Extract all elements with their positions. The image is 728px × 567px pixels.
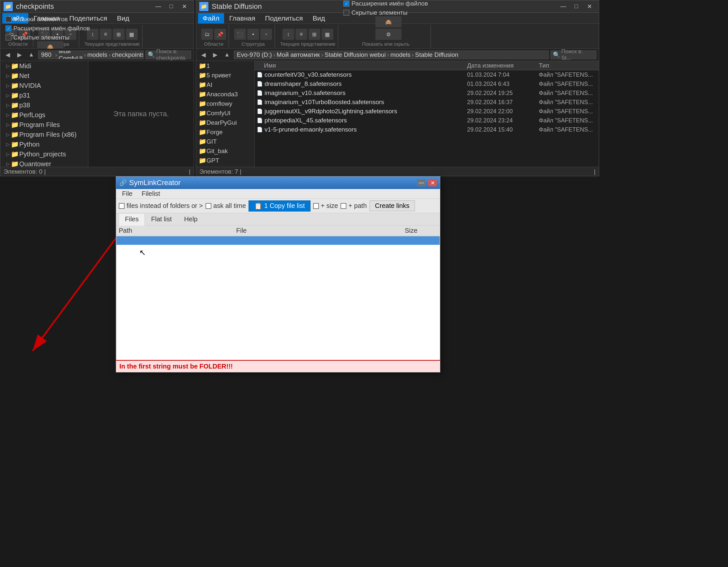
dialog-close-btn[interactable]: ✕ (428, 179, 437, 186)
tree-item-p38[interactable]: ▷ 📁 p38 (0, 100, 88, 110)
right-extensions-cb[interactable]: ✓ Расширения имён файлов (343, 0, 428, 7)
right-path-drive: Evo-970 (D:) (237, 51, 272, 58)
file-row-photopedia[interactable]: 📄 photopediaXL_45.safetensors 29.02.2024… (255, 116, 599, 125)
right-forward-btn[interactable]: ▶ (210, 51, 220, 59)
dialog-list-area[interactable]: ↖ (116, 236, 440, 360)
left-close-btn[interactable]: ✕ (178, 2, 190, 11)
left-flags-cb[interactable]: Флажки элементов (6, 16, 90, 23)
left-menu-view[interactable]: Вид (113, 13, 134, 23)
file-row-v1-5[interactable]: 📄 v1-5-pruned-emaonly.safetensors 29.02.… (255, 125, 599, 134)
right-search-box[interactable]: 🔍 Поиск в: St... (551, 51, 596, 59)
right-tile-icon[interactable]: ▦ (322, 29, 333, 40)
dialog-tab-files[interactable]: Files (119, 213, 145, 225)
right-area-icon[interactable]: 🗂 (201, 29, 213, 40)
r-tree-comfyui[interactable]: 📁 ComfyUI (196, 108, 254, 118)
tree-item-p31[interactable]: ▷ 📁 p31 (0, 90, 88, 100)
right-explorer-window: 📁 Stable Diffusion — □ ✕ Файл Главная По… (196, 0, 599, 176)
right-menu-home[interactable]: Главная (225, 13, 260, 23)
right-list-icon[interactable]: ≡ (296, 29, 307, 40)
dialog-selected-row[interactable] (116, 236, 440, 245)
file-type-imaginarium-turbo: Файл "SAFETENS... (539, 99, 598, 106)
dialog-cb-size[interactable]: + size (313, 202, 338, 209)
right-back-btn[interactable]: ◀ (199, 51, 208, 59)
right-close-btn[interactable]: ✕ (583, 2, 596, 11)
dialog-cb-path[interactable]: + path (341, 202, 367, 209)
r-tree-forge[interactable]: 📁 Forge (196, 127, 254, 137)
right-address-bar: ◀ ▶ ▲ Evo-970 (D:) › Мой автоматик › Sta… (196, 49, 599, 61)
r-tree-git[interactable]: 📁 GIT (196, 137, 254, 146)
left-back-btn[interactable]: ◀ (3, 51, 13, 59)
left-table-icon[interactable]: ⊞ (113, 29, 125, 40)
r-tree-dearpygui[interactable]: 📁 DearPyGui (196, 118, 254, 127)
right-hidden-cb-box (343, 10, 349, 16)
dialog-menu-file[interactable]: File (118, 189, 136, 198)
r-tree-git-bak[interactable]: 📁 Git_bak (196, 146, 254, 156)
file-name-dreamshaper: dreamshaper_8.safetensors (265, 80, 467, 87)
tree-label-midi: Midi (19, 62, 31, 70)
tree-item-net[interactable]: ▷ 📁 Net (0, 71, 88, 81)
right-settings-btn[interactable]: ⚙ (375, 29, 402, 40)
tree-item-python[interactable]: ▷ 📁 Python (0, 139, 88, 149)
tree-item-perflogs[interactable]: ▷ 📁 PerfLogs (0, 110, 88, 120)
dialog-minimize-btn[interactable]: — (417, 179, 426, 186)
right-nav-icon[interactable]: 📌 (214, 29, 226, 40)
right-maximize-btn[interactable]: □ (570, 2, 583, 11)
right-path-sdwebui: Stable Diffusion webui (325, 51, 386, 58)
right-address-path[interactable]: Evo-970 (D:) › Мой автоматик › Stable Di… (234, 51, 549, 59)
left-search-box[interactable]: 🔍 Поиск в: checkpoints (145, 51, 191, 59)
right-large-icon[interactable]: ▪ (247, 29, 259, 40)
r-tree-anaconda[interactable]: 📁 Anaconda3 (196, 89, 254, 99)
file-row-juggernaut[interactable]: 📄 juggernautXL_v9Rdphoto2Lightning.safet… (255, 107, 599, 116)
right-hidden-cb[interactable]: Скрытые элементы (343, 9, 428, 16)
file-icon-counterfeit: 📄 (256, 72, 263, 78)
dialog-menu-filelist[interactable]: Filelist (138, 189, 164, 198)
right-menu-file[interactable]: Файл (198, 13, 224, 23)
left-list-icon[interactable]: ≡ (100, 29, 112, 40)
tree-item-progfiles[interactable]: ▷ 📁 Program Files (0, 120, 88, 130)
dialog-create-btn[interactable]: Create links (370, 200, 415, 211)
right-up-btn[interactable]: ▲ (222, 51, 232, 59)
right-hidden-label: Скрытые элементы (351, 9, 407, 16)
tree-item-midi[interactable]: ▷ 📁 Midi (0, 61, 88, 71)
file-row-dreamshaper[interactable]: 📄 dreamshaper_8.safetensors 01.03.2024 6… (255, 79, 599, 88)
left-minimize-btn[interactable]: — (152, 2, 164, 11)
file-row-imaginarium[interactable]: 📄 imaginarium_v10.safetensors 29.02.2024… (255, 88, 599, 98)
left-forward-btn[interactable]: ▶ (15, 51, 24, 59)
tree-item-progfiles86[interactable]: ▷ 📁 Program Files (x86) (0, 130, 88, 139)
dialog-copy-btn[interactable]: 📋 1 Copy file list (249, 200, 311, 211)
left-tile-icon[interactable]: ▦ (126, 29, 138, 40)
left-up-btn[interactable]: ▲ (26, 51, 36, 59)
left-hidden-cb[interactable]: Скрытые элементы (6, 34, 90, 41)
dialog-list-header: Path File Size (116, 225, 440, 236)
dialog-tab-help[interactable]: Help (178, 213, 204, 225)
left-ext-label: Расширения имён файлов (13, 25, 90, 32)
dialog-cb-ask[interactable]: ask all time (205, 202, 246, 209)
file-row-counterfeit[interactable]: 📄 counterfeitV30_v30.safetensors 01.03.2… (255, 70, 599, 79)
tree-item-python-proj[interactable]: ▷ 📁 Python_projects (0, 149, 88, 159)
right-sort-icon[interactable]: ↕ (282, 29, 294, 40)
right-menu-share[interactable]: Поделиться (261, 13, 308, 23)
r-tree-privet[interactable]: 📁 5 привет (196, 70, 254, 80)
tree-item-quantower[interactable]: ▷ 📁 Quantower (0, 159, 88, 167)
tree-item-nvidia[interactable]: ▷ 📁 NVIDIA (0, 81, 88, 90)
r-tree-gpt[interactable]: 📁 GPT (196, 156, 254, 165)
left-maximize-btn[interactable]: □ (165, 2, 177, 11)
dialog-tab-flatlist[interactable]: Flat list (145, 213, 178, 225)
left-address-path[interactable]: Evo-980 (C:) › Мой ComfyUI › models › ch… (38, 51, 144, 59)
right-table-icon[interactable]: ⊞ (309, 29, 320, 40)
r-tree-1[interactable]: 📁 1 (196, 61, 254, 70)
left-extensions-cb[interactable]: ✓ Расширения имён файлов (6, 25, 90, 32)
file-name-juggernaut: juggernautXL_v9Rdphoto2Lightning.safeten… (265, 108, 467, 115)
right-menu-view[interactable]: Вид (308, 13, 330, 23)
dialog-cb-size-box (313, 203, 319, 209)
left-status-bar: Элементов: 0 | | (0, 167, 194, 176)
right-huge-icon[interactable]: ⬛ (234, 29, 246, 40)
right-tb-view: ↕ ≡ ⊞ ▦ Текущее представление (278, 25, 338, 47)
right-minimize-btn[interactable]: — (557, 2, 569, 11)
r-tree-comflowy[interactable]: 📁 comflowy (196, 99, 254, 108)
right-hide-btn[interactable]: 🙈 (375, 16, 402, 27)
dialog-cb-files[interactable]: files instead of folders or > (119, 202, 203, 209)
right-small-icon[interactable]: ▫ (260, 29, 272, 40)
r-tree-ai[interactable]: 📁 AI (196, 80, 254, 89)
file-row-imaginarium-turbo[interactable]: 📄 imaginarium_v10TurboBoosted.safetensor… (255, 98, 599, 107)
